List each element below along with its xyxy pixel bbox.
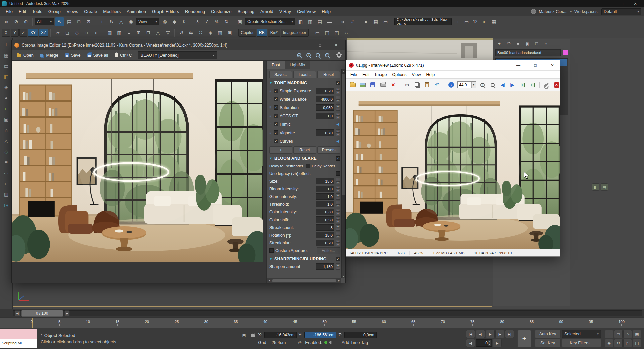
- menu-help[interactable]: Help: [319, 7, 334, 16]
- thumbnails-icon[interactable]: [358, 81, 367, 89]
- align-icon[interactable]: ▥: [306, 17, 315, 26]
- spinner[interactable]: ▲▼: [336, 96, 340, 102]
- spinner[interactable]: ▲▼: [336, 263, 340, 270]
- open-file-icon[interactable]: [348, 81, 357, 89]
- preset-reset-button[interactable]: Reset: [317, 71, 340, 78]
- curve-editor-icon[interactable]: ≈: [338, 17, 347, 26]
- tone-reset-button[interactable]: Reset: [293, 146, 316, 154]
- axis-xz-button[interactable]: XZ: [39, 29, 48, 37]
- save-button[interactable]: Save: [62, 51, 84, 59]
- param-checkbox[interactable]: ✓: [274, 114, 278, 118]
- select-object-icon[interactable]: ↖: [55, 17, 64, 26]
- tool-icon[interactable]: ◻: [63, 28, 72, 37]
- tab-post[interactable]: Post: [267, 61, 285, 69]
- param-value-field[interactable]: 1,0: [316, 113, 334, 119]
- axis-z-button[interactable]: Z: [19, 29, 27, 37]
- side-tool-icon[interactable]: ◈: [2, 83, 11, 92]
- tool-icon[interactable]: ⊞: [134, 28, 143, 37]
- print-icon[interactable]: [379, 81, 388, 89]
- z-coordinate-field[interactable]: 0,0cm: [344, 332, 377, 338]
- macro-recorder-row[interactable]: [0, 329, 37, 339]
- copy-button[interactable]: Ctrl+C: [112, 51, 135, 59]
- aperture-editor-button[interactable]: Editor...: [317, 247, 340, 254]
- menu-customize[interactable]: Customize: [208, 7, 234, 16]
- side-tool-icon[interactable]: ▦: [2, 51, 11, 60]
- menu-edit[interactable]: Edit: [360, 72, 372, 77]
- corona-render-view[interactable]: [12, 61, 266, 283]
- create-tab-icon[interactable]: +: [495, 40, 503, 48]
- panel-horizontal-scrollbar[interactable]: ◀ ▶: [267, 278, 341, 283]
- modify-tab-icon[interactable]: ◠: [505, 40, 513, 48]
- menu-modifiers[interactable]: Modifiers: [100, 7, 124, 16]
- key-step-back-button[interactable]: ◀: [466, 339, 475, 347]
- sharpening-header[interactable]: ▼ SHARPENING/BLURRING ✓: [269, 257, 340, 261]
- go-to-start-button[interactable]: |◀: [466, 330, 475, 338]
- side-tool-icon[interactable]: ●: [2, 94, 11, 102]
- tool-icon[interactable]: ◳: [323, 28, 332, 37]
- key-filters-button[interactable]: Key Filters...: [562, 339, 601, 347]
- save-icon[interactable]: [368, 81, 378, 89]
- undo-icon[interactable]: ↶: [433, 81, 442, 89]
- zoom-100-icon[interactable]: 1: [323, 51, 331, 59]
- tone-mapping-header[interactable]: ▼ TONE MAPPING ✓: [269, 81, 340, 85]
- spinner[interactable]: ▲▼: [336, 104, 340, 111]
- menu-view[interactable]: View: [409, 72, 424, 77]
- key-step-forward-button[interactable]: ▶: [493, 339, 502, 347]
- menu-tools[interactable]: Tools: [29, 7, 45, 16]
- bloom-glare-header[interactable]: ▼ BLOOM AND GLARE ✓: [269, 156, 340, 161]
- next-frame-arrow[interactable]: ▶: [64, 310, 70, 316]
- expand-left-icon[interactable]: ◀: [336, 139, 340, 143]
- orbit-icon[interactable]: ↻: [614, 339, 623, 347]
- properties-wrench-icon[interactable]: [542, 81, 551, 89]
- paste-icon[interactable]: [423, 81, 432, 89]
- gpu-monitor-icon[interactable]: ▦: [489, 17, 498, 26]
- param-value-field[interactable]: 1,0: [316, 193, 334, 200]
- spinner[interactable]: ▲▼: [336, 113, 340, 119]
- param-checkbox[interactable]: ✓: [274, 139, 278, 143]
- drag-handle-icon[interactable]: ⠿: [269, 89, 272, 93]
- play-button[interactable]: ▶: [486, 330, 495, 338]
- drag-handle-icon[interactable]: ⠿: [269, 140, 272, 143]
- zoom-out-icon[interactable]: −: [295, 51, 303, 59]
- side-tool-icon[interactable]: ⌂: [2, 126, 11, 135]
- bind-spacewarp-icon[interactable]: ⊕: [21, 17, 30, 26]
- render-iterative-icon[interactable]: ◌: [452, 17, 461, 26]
- zoom-all-icon[interactable]: ▭: [614, 330, 623, 338]
- tool-icon[interactable]: ⇆: [186, 28, 195, 37]
- menu-civil-view[interactable]: Civil View: [294, 7, 319, 16]
- tool-icon[interactable]: ◰: [332, 28, 341, 37]
- preset-load-button[interactable]: Load...: [293, 71, 316, 78]
- param-value-field[interactable]: 15,0: [316, 178, 334, 184]
- keyboard-override-icon[interactable]: K: [180, 17, 189, 26]
- axis-y-button[interactable]: Y: [11, 29, 19, 37]
- auto-key-button[interactable]: Auto Key: [535, 330, 561, 338]
- tool-icon[interactable]: ▱: [53, 28, 62, 37]
- menu-file[interactable]: File: [348, 72, 360, 77]
- next-frame-button[interactable]: ▶: [495, 330, 504, 338]
- zoom-in-icon[interactable]: +: [304, 51, 313, 59]
- spinner[interactable]: ▲▼: [336, 201, 340, 207]
- signed-in-user[interactable]: Mateusz Cieć...: [539, 9, 567, 14]
- scroll-left-icon[interactable]: ◀: [267, 279, 272, 282]
- param-value-field[interactable]: 1,0: [316, 186, 334, 192]
- param-value-field[interactable]: 1,0: [316, 201, 334, 207]
- tool-icon[interactable]: ◐: [92, 28, 101, 37]
- side-tool-icon[interactable]: ▤: [2, 62, 11, 70]
- rb-button[interactable]: RB: [257, 29, 267, 37]
- irfanview-maximize-button[interactable]: □: [528, 60, 543, 71]
- select-move-icon[interactable]: +: [97, 17, 106, 26]
- select-by-name-icon[interactable]: ▤: [65, 17, 74, 26]
- selection-lock-icon[interactable]: [249, 332, 256, 338]
- copy-icon[interactable]: [413, 81, 422, 89]
- drag-handle-icon[interactable]: ⠿: [269, 98, 272, 101]
- expand-left-icon[interactable]: ◀: [336, 122, 340, 126]
- zoom-combobox[interactable]: 44.9 ▼: [457, 81, 476, 88]
- layer-explorer-icon[interactable]: ▤: [315, 17, 324, 26]
- prev-frame-arrow[interactable]: ◀: [15, 310, 20, 316]
- corona-titlebar[interactable]: Corona Image Editor 12 (E:\Prace inne\20…: [12, 40, 345, 50]
- isolate-selection-icon[interactable]: ▣: [241, 332, 247, 338]
- zoom-in-icon[interactable]: +: [478, 81, 487, 89]
- side-tool-icon[interactable]: △: [2, 137, 11, 145]
- scrollbar-thumb[interactable]: [272, 279, 336, 282]
- open-button[interactable]: Open: [14, 51, 37, 59]
